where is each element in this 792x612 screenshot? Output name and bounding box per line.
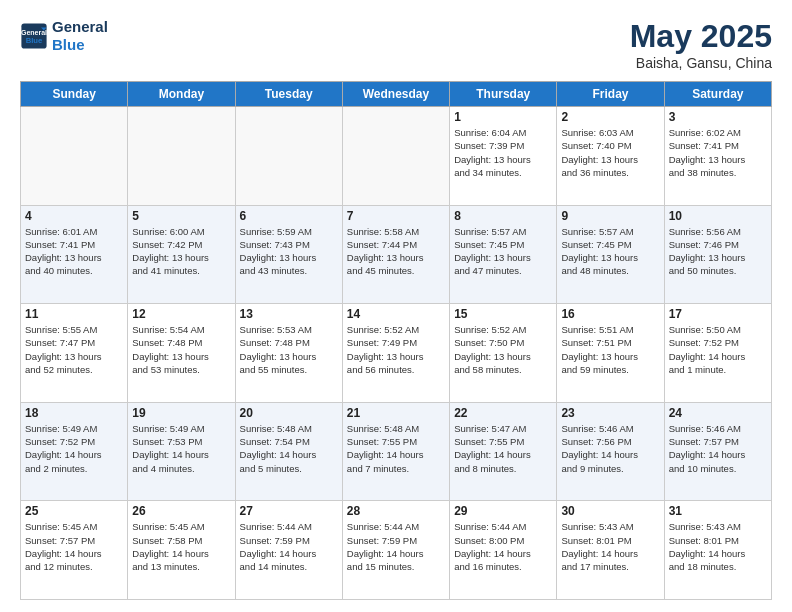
day-info: Sunrise: 5:44 AM Sunset: 8:00 PM Dayligh… — [454, 520, 552, 573]
calendar-header-row: Sunday Monday Tuesday Wednesday Thursday… — [21, 82, 772, 107]
day-info: Sunrise: 6:04 AM Sunset: 7:39 PM Dayligh… — [454, 126, 552, 179]
day-info: Sunrise: 5:48 AM Sunset: 7:54 PM Dayligh… — [240, 422, 338, 475]
table-row: 11Sunrise: 5:55 AM Sunset: 7:47 PM Dayli… — [21, 304, 128, 403]
table-row: 19Sunrise: 5:49 AM Sunset: 7:53 PM Dayli… — [128, 402, 235, 501]
table-row: 3Sunrise: 6:02 AM Sunset: 7:41 PM Daylig… — [664, 107, 771, 206]
table-row: 10Sunrise: 5:56 AM Sunset: 7:46 PM Dayli… — [664, 205, 771, 304]
day-info: Sunrise: 5:49 AM Sunset: 7:52 PM Dayligh… — [25, 422, 123, 475]
day-info: Sunrise: 5:59 AM Sunset: 7:43 PM Dayligh… — [240, 225, 338, 278]
col-saturday: Saturday — [664, 82, 771, 107]
table-row: 28Sunrise: 5:44 AM Sunset: 7:59 PM Dayli… — [342, 501, 449, 600]
day-info: Sunrise: 5:47 AM Sunset: 7:55 PM Dayligh… — [454, 422, 552, 475]
day-info: Sunrise: 5:46 AM Sunset: 7:57 PM Dayligh… — [669, 422, 767, 475]
day-number: 31 — [669, 504, 767, 518]
table-row: 16Sunrise: 5:51 AM Sunset: 7:51 PM Dayli… — [557, 304, 664, 403]
col-sunday: Sunday — [21, 82, 128, 107]
table-row: 17Sunrise: 5:50 AM Sunset: 7:52 PM Dayli… — [664, 304, 771, 403]
day-info: Sunrise: 5:43 AM Sunset: 8:01 PM Dayligh… — [669, 520, 767, 573]
calendar-subtitle: Baisha, Gansu, China — [630, 55, 772, 71]
col-wednesday: Wednesday — [342, 82, 449, 107]
table-row: 12Sunrise: 5:54 AM Sunset: 7:48 PM Dayli… — [128, 304, 235, 403]
calendar-row: 4Sunrise: 6:01 AM Sunset: 7:41 PM Daylig… — [21, 205, 772, 304]
table-row: 4Sunrise: 6:01 AM Sunset: 7:41 PM Daylig… — [21, 205, 128, 304]
day-number: 21 — [347, 406, 445, 420]
day-info: Sunrise: 5:48 AM Sunset: 7:55 PM Dayligh… — [347, 422, 445, 475]
table-row: 25Sunrise: 5:45 AM Sunset: 7:57 PM Dayli… — [21, 501, 128, 600]
day-info: Sunrise: 6:01 AM Sunset: 7:41 PM Dayligh… — [25, 225, 123, 278]
header: General Blue General Blue May 2025 Baish… — [20, 18, 772, 71]
day-info: Sunrise: 5:52 AM Sunset: 7:49 PM Dayligh… — [347, 323, 445, 376]
day-number: 30 — [561, 504, 659, 518]
day-number: 4 — [25, 209, 123, 223]
day-number: 27 — [240, 504, 338, 518]
day-number: 20 — [240, 406, 338, 420]
day-number: 24 — [669, 406, 767, 420]
table-row: 30Sunrise: 5:43 AM Sunset: 8:01 PM Dayli… — [557, 501, 664, 600]
day-info: Sunrise: 6:02 AM Sunset: 7:41 PM Dayligh… — [669, 126, 767, 179]
calendar-row: 18Sunrise: 5:49 AM Sunset: 7:52 PM Dayli… — [21, 402, 772, 501]
table-row — [21, 107, 128, 206]
table-row: 27Sunrise: 5:44 AM Sunset: 7:59 PM Dayli… — [235, 501, 342, 600]
table-row: 1Sunrise: 6:04 AM Sunset: 7:39 PM Daylig… — [450, 107, 557, 206]
day-number: 5 — [132, 209, 230, 223]
day-number: 9 — [561, 209, 659, 223]
table-row: 13Sunrise: 5:53 AM Sunset: 7:48 PM Dayli… — [235, 304, 342, 403]
calendar-row: 25Sunrise: 5:45 AM Sunset: 7:57 PM Dayli… — [21, 501, 772, 600]
svg-text:Blue: Blue — [26, 36, 43, 45]
day-number: 11 — [25, 307, 123, 321]
table-row: 24Sunrise: 5:46 AM Sunset: 7:57 PM Dayli… — [664, 402, 771, 501]
calendar-title: May 2025 — [630, 18, 772, 55]
day-number: 12 — [132, 307, 230, 321]
logo: General Blue General Blue — [20, 18, 108, 54]
table-row: 31Sunrise: 5:43 AM Sunset: 8:01 PM Dayli… — [664, 501, 771, 600]
col-friday: Friday — [557, 82, 664, 107]
day-info: Sunrise: 6:03 AM Sunset: 7:40 PM Dayligh… — [561, 126, 659, 179]
day-number: 22 — [454, 406, 552, 420]
table-row: 5Sunrise: 6:00 AM Sunset: 7:42 PM Daylig… — [128, 205, 235, 304]
day-info: Sunrise: 5:43 AM Sunset: 8:01 PM Dayligh… — [561, 520, 659, 573]
day-number: 7 — [347, 209, 445, 223]
day-number: 28 — [347, 504, 445, 518]
day-number: 2 — [561, 110, 659, 124]
day-info: Sunrise: 5:51 AM Sunset: 7:51 PM Dayligh… — [561, 323, 659, 376]
day-info: Sunrise: 5:46 AM Sunset: 7:56 PM Dayligh… — [561, 422, 659, 475]
day-info: Sunrise: 5:52 AM Sunset: 7:50 PM Dayligh… — [454, 323, 552, 376]
table-row: 22Sunrise: 5:47 AM Sunset: 7:55 PM Dayli… — [450, 402, 557, 501]
day-info: Sunrise: 5:45 AM Sunset: 7:58 PM Dayligh… — [132, 520, 230, 573]
day-number: 6 — [240, 209, 338, 223]
col-tuesday: Tuesday — [235, 82, 342, 107]
table-row — [342, 107, 449, 206]
logo-icon: General Blue — [20, 22, 48, 50]
day-info: Sunrise: 5:56 AM Sunset: 7:46 PM Dayligh… — [669, 225, 767, 278]
table-row: 14Sunrise: 5:52 AM Sunset: 7:49 PM Dayli… — [342, 304, 449, 403]
day-info: Sunrise: 5:44 AM Sunset: 7:59 PM Dayligh… — [240, 520, 338, 573]
table-row: 20Sunrise: 5:48 AM Sunset: 7:54 PM Dayli… — [235, 402, 342, 501]
table-row: 15Sunrise: 5:52 AM Sunset: 7:50 PM Dayli… — [450, 304, 557, 403]
title-block: May 2025 Baisha, Gansu, China — [630, 18, 772, 71]
day-number: 29 — [454, 504, 552, 518]
day-number: 23 — [561, 406, 659, 420]
day-info: Sunrise: 5:58 AM Sunset: 7:44 PM Dayligh… — [347, 225, 445, 278]
table-row: 26Sunrise: 5:45 AM Sunset: 7:58 PM Dayli… — [128, 501, 235, 600]
day-number: 16 — [561, 307, 659, 321]
day-number: 15 — [454, 307, 552, 321]
day-info: Sunrise: 5:44 AM Sunset: 7:59 PM Dayligh… — [347, 520, 445, 573]
day-number: 1 — [454, 110, 552, 124]
day-number: 25 — [25, 504, 123, 518]
day-number: 19 — [132, 406, 230, 420]
day-number: 18 — [25, 406, 123, 420]
logo-text: General Blue — [52, 18, 108, 54]
day-number: 17 — [669, 307, 767, 321]
day-number: 14 — [347, 307, 445, 321]
table-row: 8Sunrise: 5:57 AM Sunset: 7:45 PM Daylig… — [450, 205, 557, 304]
table-row: 29Sunrise: 5:44 AM Sunset: 8:00 PM Dayli… — [450, 501, 557, 600]
table-row: 18Sunrise: 5:49 AM Sunset: 7:52 PM Dayli… — [21, 402, 128, 501]
day-info: Sunrise: 5:54 AM Sunset: 7:48 PM Dayligh… — [132, 323, 230, 376]
day-info: Sunrise: 5:50 AM Sunset: 7:52 PM Dayligh… — [669, 323, 767, 376]
day-info: Sunrise: 6:00 AM Sunset: 7:42 PM Dayligh… — [132, 225, 230, 278]
calendar-page: General Blue General Blue May 2025 Baish… — [0, 0, 792, 612]
day-number: 10 — [669, 209, 767, 223]
table-row: 6Sunrise: 5:59 AM Sunset: 7:43 PM Daylig… — [235, 205, 342, 304]
calendar-table: Sunday Monday Tuesday Wednesday Thursday… — [20, 81, 772, 600]
day-info: Sunrise: 5:45 AM Sunset: 7:57 PM Dayligh… — [25, 520, 123, 573]
